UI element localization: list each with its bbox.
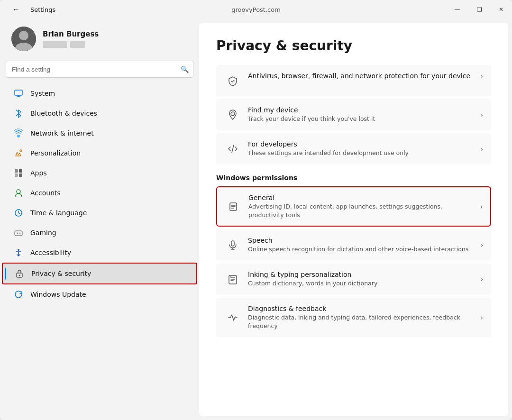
setting-speech[interactable]: Speech Online speech recognition for dic… (216, 229, 491, 261)
sidebar-item-system-label: System (30, 90, 55, 97)
user-profile[interactable]: Brian Burgess (0, 19, 199, 61)
page-title: Privacy & security (216, 38, 491, 54)
diagnostics-title: Diagnostics & feedback (248, 305, 476, 312)
svg-point-14 (19, 275, 20, 276)
antivirus-chevron: › (480, 72, 483, 80)
sidebar-item-apps[interactable]: Apps (2, 163, 197, 183)
developers-title: For developers (248, 140, 476, 148)
sidebar-item-gaming-label: Gaming (30, 229, 56, 237)
speech-icon (224, 237, 241, 254)
windows-permissions-header: Windows permissions (216, 174, 491, 182)
maximize-button[interactable]: ❑ (468, 0, 490, 19)
inking-chevron: › (480, 275, 483, 283)
search-icon: 🔍 (181, 65, 189, 73)
titlebar-subtitle: groovyPost.com (231, 6, 281, 13)
nav-list: System Bluetooth & devices Network & int… (0, 82, 199, 306)
user-blocks (43, 41, 99, 48)
speech-desc: Online speech recognition for dictation … (248, 245, 476, 254)
avatar (11, 27, 36, 51)
setting-diagnostics[interactable]: Diagnostics & feedback Diagnostic data, … (216, 298, 491, 337)
sidebar-item-bluetooth-label: Bluetooth & devices (30, 110, 97, 117)
accessibility-icon (13, 247, 24, 258)
svg-rect-7 (15, 173, 18, 177)
speech-text: Speech Online speech recognition for dic… (248, 237, 476, 254)
user-info: Brian Burgess (43, 30, 99, 48)
svg-rect-3 (15, 90, 22, 95)
speech-title: Speech (248, 237, 476, 244)
minimize-button[interactable]: — (447, 0, 468, 19)
titlebar-title: Settings (30, 6, 55, 13)
antivirus-text: Antivirus, browser, firewall, and networ… (248, 72, 476, 81)
developers-icon (224, 140, 241, 157)
sidebar-item-network[interactable]: Network & internet (2, 123, 197, 143)
close-button[interactable]: ✕ (490, 0, 512, 19)
user-name: Brian Burgess (43, 30, 99, 38)
sidebar-item-accessibility-label: Accessibility (30, 249, 71, 256)
sidebar-item-system[interactable]: System (2, 83, 197, 103)
titlebar: ← Settings groovyPost.com — ❑ ✕ (0, 0, 512, 19)
general-text: General Advertising ID, local content, a… (248, 194, 476, 219)
titlebar-controls: — ❑ ✕ (447, 0, 512, 19)
svg-rect-18 (229, 275, 237, 284)
bluetooth-icon (13, 108, 24, 119)
find-device-icon (224, 106, 241, 123)
svg-point-15 (231, 112, 235, 116)
titlebar-left: ← Settings (8, 0, 55, 19)
sidebar-item-accounts[interactable]: Accounts (2, 183, 197, 203)
sidebar: Brian Burgess 🔍 Sy (0, 19, 199, 420)
sidebar-item-apps-label: Apps (30, 169, 47, 177)
general-desc: Advertising ID, local content, app launc… (248, 202, 476, 219)
time-icon (13, 208, 24, 218)
inking-title: Inking & typing personalization (248, 271, 476, 278)
user-block-1 (43, 41, 67, 48)
svg-rect-17 (231, 241, 234, 246)
setting-find-device[interactable]: Find my device Track your device if you … (216, 99, 491, 130)
setting-antivirus[interactable]: Antivirus, browser, firewall, and networ… (216, 65, 491, 96)
sidebar-item-update-label: Windows Update (30, 291, 86, 298)
update-icon (13, 289, 24, 300)
setting-general[interactable]: General Advertising ID, local content, a… (216, 186, 491, 227)
find-device-title: Find my device (248, 106, 476, 114)
inking-text: Inking & typing personalization Custom d… (248, 271, 476, 288)
apps-icon (13, 168, 24, 178)
svg-rect-8 (19, 173, 22, 177)
active-indicator (5, 267, 6, 279)
svg-point-1 (19, 31, 28, 40)
search-input[interactable] (6, 61, 193, 78)
diagnostics-desc: Diagnostic data, inking and typing data,… (248, 313, 476, 330)
general-chevron: › (480, 203, 483, 210)
inking-icon (224, 271, 241, 288)
find-device-text: Find my device Track your device if you … (248, 106, 476, 123)
svg-point-12 (18, 249, 19, 251)
sidebar-item-privacy[interactable]: Privacy & security (2, 263, 197, 284)
antivirus-title: Antivirus, browser, firewall, and networ… (248, 72, 476, 80)
sidebar-item-update[interactable]: Windows Update (2, 284, 197, 304)
sidebar-item-time[interactable]: Time & language (2, 203, 197, 223)
back-button[interactable]: ← (8, 0, 25, 19)
developers-desc: These settings are intended for developm… (248, 149, 476, 157)
search-box: 🔍 (6, 61, 193, 78)
general-title: General (248, 194, 476, 201)
accounts-icon (13, 188, 24, 198)
svg-rect-6 (19, 169, 22, 173)
diagnostics-text: Diagnostics & feedback Diagnostic data, … (248, 305, 476, 330)
privacy-icon (14, 268, 25, 279)
sidebar-item-personalization[interactable]: Personalization (2, 143, 197, 163)
sidebar-item-bluetooth[interactable]: Bluetooth & devices (2, 103, 197, 123)
sidebar-item-privacy-label: Privacy & security (31, 270, 91, 277)
inking-desc: Custom dictionary, words in your diction… (248, 279, 476, 288)
sidebar-item-accessibility[interactable]: Accessibility (2, 243, 197, 263)
general-icon (225, 198, 242, 215)
main-content: Privacy & security Antivirus, browser, f… (199, 23, 508, 416)
sidebar-item-accounts-label: Accounts (30, 189, 61, 197)
user-block-2 (70, 41, 85, 48)
setting-inking[interactable]: Inking & typing personalization Custom d… (216, 264, 491, 295)
svg-rect-5 (15, 169, 18, 173)
network-icon (13, 128, 24, 138)
sidebar-item-gaming[interactable]: Gaming (2, 223, 197, 243)
avatar-image (11, 27, 36, 51)
setting-developers[interactable]: For developers These settings are intend… (216, 133, 491, 164)
sidebar-item-time-label: Time & language (30, 209, 87, 217)
gaming-icon (13, 228, 24, 238)
developers-text: For developers These settings are intend… (248, 140, 476, 157)
